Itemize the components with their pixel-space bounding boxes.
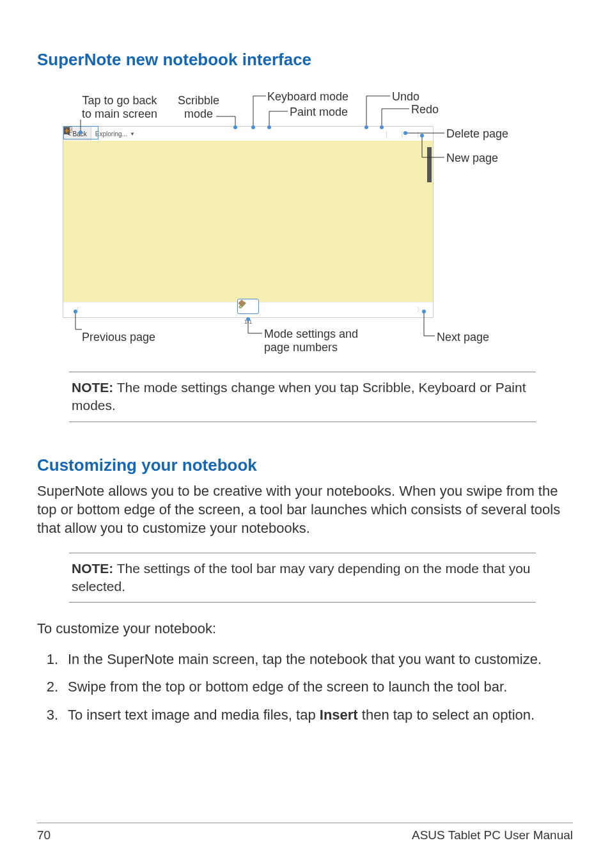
- note-prefix: NOTE:: [72, 561, 113, 576]
- note-prefix: NOTE:: [72, 380, 113, 395]
- page-number: 70: [37, 828, 51, 842]
- note-toolbar-settings: NOTE: The settings of the tool bar may v…: [69, 553, 536, 603]
- list-item: 2. Swipe from the top or bottom edge of …: [37, 677, 573, 697]
- svg-point-19: [422, 310, 426, 313]
- diagram-container: < Back Exploring... ▼ | |: [56, 88, 555, 356]
- page-footer: 70 ASUS Tablet PC User Manual: [37, 823, 573, 842]
- list-text: Swipe from the top or bottom edge of the…: [68, 677, 573, 697]
- svg-point-14: [380, 125, 384, 129]
- steps-list: 1. In the SuperNote main screen, tap the…: [37, 650, 573, 725]
- svg-point-16: [420, 134, 424, 138]
- note-mode-settings: NOTE: The mode settings change when you …: [69, 372, 536, 422]
- list-item: 3. To insert text image and media files,…: [37, 706, 573, 725]
- svg-point-13: [364, 125, 368, 129]
- list-text: In the SuperNote main screen, tap the no…: [68, 650, 573, 669]
- heading-customizing: Customizing your notebook: [37, 455, 573, 475]
- heading-supernote-interface: SuperNote new notebook interface: [37, 50, 573, 70]
- steps-intro: To customize your notebook:: [37, 619, 573, 638]
- leader-lines: [56, 88, 555, 356]
- note-text: The mode settings change when you tap Sc…: [72, 380, 526, 413]
- list-number: 1.: [37, 650, 68, 669]
- list-text: To insert text image and media files, ta…: [68, 706, 573, 725]
- svg-point-11: [251, 125, 255, 129]
- intro-paragraph: SuperNote allows you to be creative with…: [37, 482, 573, 537]
- svg-point-12: [267, 125, 271, 129]
- note-text: The settings of the tool bar may vary de…: [72, 561, 531, 594]
- svg-point-10: [233, 125, 237, 129]
- svg-point-18: [246, 317, 250, 321]
- manual-title: ASUS Tablet PC User Manual: [412, 828, 573, 842]
- list-item: 1. In the SuperNote main screen, tap the…: [37, 650, 573, 669]
- svg-point-15: [403, 131, 407, 135]
- svg-point-9: [79, 130, 82, 134]
- list-number: 3.: [37, 706, 68, 725]
- svg-point-17: [74, 310, 77, 313]
- list-number: 2.: [37, 677, 68, 697]
